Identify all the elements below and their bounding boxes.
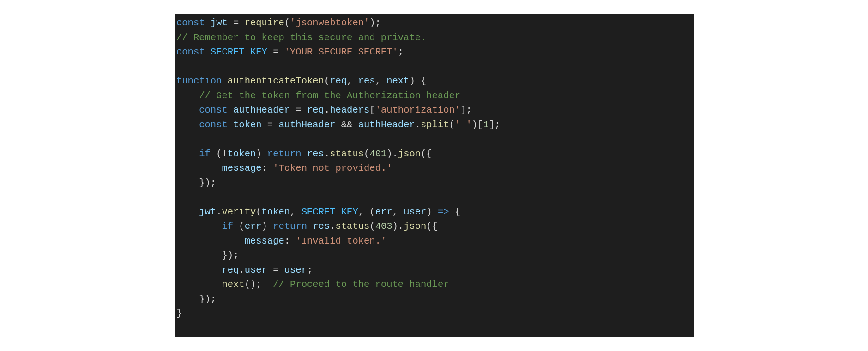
code-token: json	[398, 149, 421, 159]
code-token: token	[262, 207, 290, 217]
code-token: 'authorization'	[375, 105, 461, 115]
code-token: res	[358, 76, 375, 86]
code-token: // Remember to keep this secure and priv…	[176, 32, 426, 43]
code-token: if	[199, 149, 211, 159]
code-token: ).	[386, 149, 398, 159]
code-token: .	[324, 105, 330, 115]
code-token: return	[273, 221, 307, 232]
code-token: {	[449, 207, 461, 217]
code-token: req	[307, 105, 324, 115]
code-token	[176, 221, 222, 232]
code-token: .	[330, 221, 335, 232]
code-token: verify	[222, 207, 256, 217]
code-token	[176, 265, 222, 275]
code-token: SECRET_KEY	[211, 47, 267, 57]
code-token: )	[262, 221, 273, 232]
code-token: res	[313, 221, 330, 232]
code-token	[228, 119, 233, 130]
code-token: next	[386, 76, 409, 86]
code-token: });	[176, 178, 216, 188]
code-token: status	[330, 149, 364, 159]
code-token: ,	[375, 76, 387, 86]
code-token: (	[324, 76, 330, 86]
code-token: (	[284, 18, 290, 28]
code-token	[301, 149, 307, 159]
code-token: require	[245, 18, 284, 28]
code-token: [	[369, 105, 375, 115]
code-token: split	[421, 119, 449, 130]
code-token	[307, 221, 313, 232]
code-token: )	[256, 149, 267, 159]
code-token: req	[330, 76, 347, 86]
code-token: ];	[489, 119, 500, 130]
code-token	[205, 47, 211, 57]
code-token	[222, 76, 227, 86]
code-token	[176, 149, 199, 159]
code-content: const jwt = require('jsonwebtoken'); // …	[175, 14, 694, 321]
code-token: user	[284, 265, 307, 275]
code-token: .	[239, 265, 244, 275]
code-token: authHeader	[233, 105, 290, 115]
code-token: (	[449, 119, 455, 130]
code-token: authHeader	[278, 119, 335, 130]
code-token: user	[404, 207, 426, 217]
code-token: .	[415, 119, 421, 130]
code-token: &&	[336, 119, 358, 130]
code-token: );	[369, 18, 381, 28]
code-token: 'jsonwebtoken'	[290, 18, 369, 28]
code-token: , (	[358, 207, 375, 217]
code-token: ) {	[409, 76, 426, 86]
code-token: 'Token not provided.'	[273, 163, 392, 173]
code-token: headers	[330, 105, 369, 115]
code-token: .	[324, 149, 330, 159]
code-token: next	[222, 279, 244, 290]
code-token	[176, 279, 222, 290]
code-token: ({	[426, 221, 438, 232]
code-token: ;	[307, 265, 313, 275]
code-token	[176, 236, 245, 246]
code-editor-block: const jwt = require('jsonwebtoken'); // …	[175, 14, 694, 337]
code-token: status	[336, 221, 370, 232]
code-token: ();	[245, 279, 273, 290]
code-token: const	[176, 47, 205, 57]
code-token	[176, 90, 199, 101]
code-token: :	[284, 236, 296, 246]
code-token: 'Invalid token.'	[295, 236, 386, 246]
code-token: SECRET_KEY	[301, 207, 358, 217]
code-token: ({	[421, 149, 432, 159]
code-token: req	[222, 265, 239, 275]
code-token: authHeader	[358, 119, 415, 130]
code-token: function	[176, 76, 222, 86]
code-token: )[	[472, 119, 483, 130]
code-token: // Proceed to the route handler	[273, 279, 449, 290]
code-token: ).	[392, 221, 404, 232]
code-token: jwt	[199, 207, 216, 217]
code-token: 403	[375, 221, 392, 232]
code-token: =	[262, 119, 279, 130]
code-token	[176, 207, 199, 217]
code-token: )	[426, 207, 438, 217]
code-token: =	[228, 18, 245, 28]
code-token: const	[176, 18, 205, 28]
code-token: =	[267, 47, 284, 57]
code-token: });	[176, 250, 239, 261]
code-token: json	[404, 221, 426, 232]
code-token: user	[245, 265, 267, 275]
code-token: :	[262, 163, 273, 173]
code-token: =	[290, 105, 307, 115]
code-token: ,	[392, 207, 404, 217]
code-token: 1	[483, 119, 488, 130]
code-token: err	[375, 207, 392, 217]
code-token: ];	[460, 105, 472, 115]
code-token: const	[199, 119, 228, 130]
code-token: jwt	[211, 18, 228, 28]
code-token: 401	[369, 149, 386, 159]
code-token	[176, 163, 222, 173]
code-token: .	[216, 207, 222, 217]
code-token: token	[228, 149, 256, 159]
code-token: const	[199, 105, 228, 115]
code-token: if	[222, 221, 233, 232]
code-token: ,	[347, 76, 358, 86]
code-token	[228, 105, 233, 115]
code-token: authenticateToken	[228, 76, 324, 86]
